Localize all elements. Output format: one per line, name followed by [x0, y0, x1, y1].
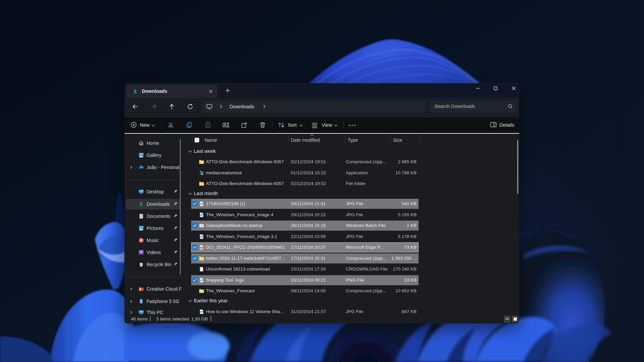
svg-text:PDF: PDF — [200, 247, 203, 248]
